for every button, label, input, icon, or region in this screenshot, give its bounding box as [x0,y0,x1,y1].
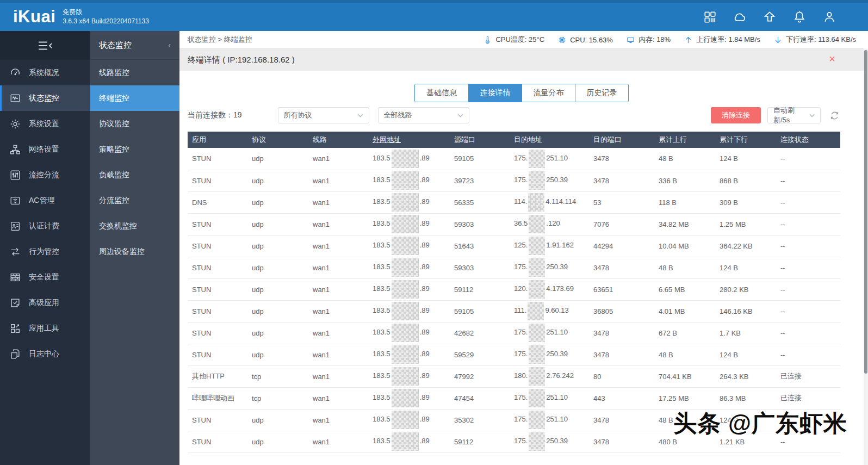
chevron-down-icon [457,114,463,117]
censored-ip-blur [529,324,545,342]
cell-protocol: udp [247,213,308,235]
tab-traffic-distribution[interactable]: 流量分布 [522,84,575,102]
censored-ip-blur [529,150,545,168]
panel-title: 终端详情 ( IP:192.168.18.62 ) [188,55,295,65]
tab-connection-details[interactable]: 连接详情 [468,84,522,102]
cell-total-up: 34.82 MB [654,213,715,235]
cell-src-port: 35302 [450,409,510,431]
protocol-filter-select[interactable]: 所有协议 [278,107,369,123]
refresh-button[interactable] [829,110,840,121]
censored-ip-blur [392,258,419,277]
cell-total-up: 17.25 MB [654,387,715,409]
cell-total-up: 10.04 MB [654,235,715,257]
protocol-filter-value: 所有协议 [284,110,312,120]
cell-wan-address: 183.5.89 [368,322,450,344]
sidebar-item-app-tools[interactable]: 应用工具 [0,315,90,341]
sidebar-item-system-settings[interactable]: 系统设置 [0,111,90,137]
cell-dst-port: 3478 [589,322,654,344]
cell-src-port: 59303 [450,213,510,235]
censored-ip-blur [392,215,419,233]
vertical-scrollbar[interactable] [864,49,868,465]
home-up-icon[interactable] [762,10,777,24]
censored-ip-blur [529,171,545,190]
censored-ip-blur [392,432,419,451]
wifi-router-icon [9,195,21,207]
cell-src-port: 59303 [450,257,510,278]
submenu-item-label: 周边设备监控 [99,247,145,257]
submenu-title: 状态监控 [99,40,132,51]
sidebar-item-label: 网络设置 [29,145,59,154]
sidebar-item-status-monitor[interactable]: 状态监控 [0,85,90,111]
sidebar-item-label: 日志中心 [29,349,59,359]
cell-total-down: 86.3 MB [715,387,776,409]
table-row: STUNudpwan1183.5.8951643125.1.91.1624429… [188,235,840,257]
table-row: STUNudpwan1183.5.8942682175.251.10347867… [188,322,840,344]
cell-state: -- [776,278,840,300]
auto-refresh-select[interactable]: 自动刷新/5s [767,107,821,123]
cell-wan-address: 183.5.89 [368,170,450,191]
auto-refresh-value: 自动刷新/5s [773,106,809,125]
cell-total-up: 672 B [654,322,715,344]
submenu-item-terminal-monitor[interactable]: 终端监控 [90,85,179,111]
table-row: 哔哩哔哩动画tcpwan1183.5.8947454175.251.104431… [188,387,840,409]
col-header-wan-address: 外网地址 [368,132,450,148]
cell-app: STUN [188,300,247,322]
cloud-icon[interactable] [733,10,747,24]
sidebar-item-log-center[interactable]: 日志中心 [0,341,90,367]
cell-src-port: 59105 [450,300,510,322]
line-filter-value: 全部线路 [384,110,412,120]
cell-wan-address: 183.5.89 [368,344,450,365]
sidebar-item-advanced-apps[interactable]: 高级应用 [0,290,90,315]
submenu-item-split-monitor[interactable]: 分流监控 [90,188,179,213]
sidebar-item-security-settings[interactable]: 安全设置 [0,264,90,290]
cpu-temp-metric: CPU温度: 25°C [483,35,544,45]
cell-total-up: 118 B [654,191,715,213]
censored-ip-blur [529,389,545,407]
clear-connections-button[interactable]: 清除连接 [711,107,761,123]
submenu-collapse-icon[interactable]: ‹ [168,41,171,49]
cell-state: -- [776,191,840,213]
close-icon[interactable]: × [829,53,835,64]
cell-state: -- [776,257,840,278]
sidebar-item-network-settings[interactable]: 网络设置 [0,137,90,162]
submenu-item-switch-monitor[interactable]: 交换机监控 [90,213,179,239]
ikuai-logo: iKuai [13,7,55,27]
submenu-item-protocol-monitor[interactable]: 协议监控 [90,111,179,137]
tab-history[interactable]: 历史记录 [575,84,628,102]
sidebar-item-behavior-control[interactable]: 行为管控 [0,239,90,264]
sidebar-item-system-overview[interactable]: 系统概况 [0,60,90,85]
scrollbar-thumb[interactable] [864,50,867,374]
cell-total-down: 124 B [715,148,776,170]
tab-basic-info[interactable]: 基础信息 [415,84,468,102]
sidebar-item-ac-management[interactable]: AC管理 [0,188,90,213]
cell-dst-port: 3478 [589,409,654,431]
sidebar-item-auth-billing[interactable]: 认证计费 [0,213,90,239]
cell-dst-port: 80 [589,365,654,387]
submenu-item-label: 终端监控 [99,94,129,103]
user-icon[interactable] [822,10,836,24]
submenu-item-label: 交换机监控 [99,221,137,231]
table-row: STUNudpwan1183.5.8959529175.250.39347848… [188,344,840,365]
cell-state: -- [776,300,840,322]
submenu-item-label: 策略监控 [99,145,129,154]
table-controls: 当前连接数：19 所有协议 全部线路 清除连接 自动刷新/5s [179,107,864,124]
bell-icon[interactable] [792,10,807,24]
col-header-total-down: 累计下行 [715,132,776,148]
cell-dst-port: 3478 [589,344,654,365]
cell-line: wan1 [308,322,368,344]
line-filter-select[interactable]: 全部线路 [378,107,469,123]
censored-ip-blur [529,411,545,429]
sidebar-item-flow-control[interactable]: 流控分流 [0,162,90,188]
submenu-item-policy-monitor[interactable]: 策略监控 [90,137,179,162]
cell-app: STUN [188,257,247,278]
submenu-item-load-monitor[interactable]: 负载监控 [90,162,179,188]
tabs-row: 基础信息 连接详情 流量分布 历史记录 [179,84,864,102]
cell-state: -- [776,235,840,257]
sidebar-collapse-button[interactable] [0,31,90,60]
submenu-item-label: 协议监控 [99,119,129,129]
table-row: STUNudpwan1183.5.895930336.5.120707634.8… [188,213,840,235]
apps-grid-icon[interactable] [703,10,717,24]
submenu-item-line-monitor[interactable]: 线路监控 [90,60,179,85]
cell-line: wan1 [308,235,368,257]
submenu-item-peripheral-monitor[interactable]: 周边设备监控 [90,239,179,264]
